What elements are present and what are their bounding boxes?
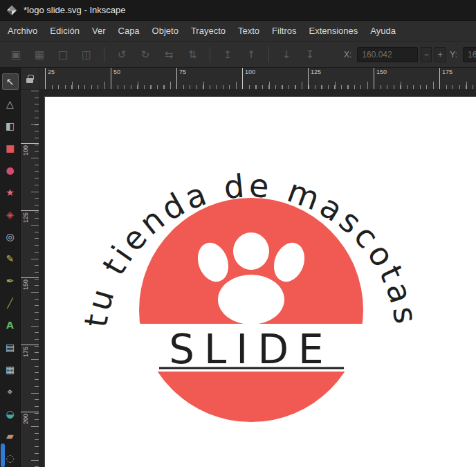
v-ruler-label: 150 <box>21 277 39 345</box>
rectangle-icon: ■ <box>6 143 15 153</box>
menu-trayecto[interactable]: Trayecto <box>185 21 232 41</box>
menu-texto[interactable]: Texto <box>232 21 266 41</box>
x-coordinate-input[interactable]: 160.042 <box>357 47 418 62</box>
node-editor-icon: △ <box>6 99 14 109</box>
y-coordinate-input[interactable]: 16 <box>463 47 476 62</box>
mesh-gradient-icon: ▦ <box>6 365 15 374</box>
inkscape-logo-icon <box>6 5 17 16</box>
raise-button[interactable]: ↑ <box>241 46 262 64</box>
toolbox: ↖ △ ◧ ■ ● ★ ◈ ◎ ✎ ✒ ╱ A ▤ ▦ ⌖ ◒ ▰ ◌ <box>0 68 21 467</box>
tool-text[interactable]: A <box>2 317 19 333</box>
paw-pad[interactable] <box>218 275 284 324</box>
menu-capa[interactable]: Capa <box>112 21 146 41</box>
ruler-corner[interactable] <box>21 68 39 90</box>
select-all-layers-icon: ▦ <box>35 48 44 61</box>
rotate-cw-button[interactable]: ↻ <box>135 46 156 64</box>
dropper-icon: ⌖ <box>8 387 13 396</box>
x-coordinate-label: X: <box>344 50 351 59</box>
menu-extensiones[interactable]: Extensiones <box>302 21 364 41</box>
select-all-button[interactable]: ▣ <box>6 46 26 64</box>
y-coordinate-label: Y: <box>450 50 457 59</box>
h-ruler-label: 175 <box>439 68 476 89</box>
star-icon: ★ <box>6 187 15 197</box>
x-decrement-button[interactable]: − <box>421 47 432 62</box>
ellipse-icon: ● <box>6 165 14 175</box>
tool-calligraphy[interactable]: ╱ <box>2 295 19 311</box>
menu-objeto[interactable]: Objeto <box>146 21 185 41</box>
pen-icon: ✒ <box>6 276 15 286</box>
tool-selector[interactable]: ↖ <box>2 73 19 90</box>
toolbox-scrollbar-thumb[interactable] <box>1 443 5 467</box>
vertical-ruler[interactable]: 100 125 150 175 200 <box>21 90 39 467</box>
logo-artwork[interactable]: SLIDE tu tienda de mascotas <box>45 97 476 467</box>
selection-box-toggle[interactable]: ◫ <box>76 46 97 64</box>
menu-ver[interactable]: Ver <box>86 21 112 41</box>
pencil-icon: ✎ <box>6 254 15 264</box>
canvas-viewport[interactable]: SLIDE tu tienda de mascotas <box>39 90 476 467</box>
tool-pen[interactable]: ✒ <box>2 273 19 289</box>
tool-paint-bucket[interactable]: ◒ <box>2 405 19 422</box>
v-ruler-label: 175 <box>21 345 39 412</box>
canvas-row: 100 125 150 175 200 <box>21 90 476 467</box>
calligraphy-icon: ╱ <box>7 298 12 308</box>
spiral-icon: ◎ <box>6 232 14 241</box>
select-all-icon: ▣ <box>11 48 21 61</box>
lower-to-bottom-button[interactable]: ↧ <box>300 46 320 64</box>
flip-vertical-icon: ⇅ <box>188 48 197 61</box>
tool-node-editor[interactable]: △ <box>2 95 19 112</box>
box-3d-icon: ◈ <box>6 210 14 219</box>
raise-icon: ↑ <box>247 48 256 61</box>
paw-toe-middle[interactable] <box>233 232 269 270</box>
document-page[interactable]: SLIDE tu tienda de mascotas <box>45 97 476 467</box>
tool-gradient[interactable]: ▤ <box>2 339 19 356</box>
tool-mesh-gradient[interactable]: ▦ <box>2 361 19 378</box>
inkscape-window: *logo slide.svg - Inkscape Archivo Edici… <box>0 0 476 467</box>
rotate-ccw-icon: ↺ <box>118 48 127 61</box>
selection-box-icon: ◫ <box>82 48 91 61</box>
main-area: ↖ △ ◧ ■ ● ★ ◈ ◎ ✎ ✒ ╱ A ▤ ▦ ⌖ ◒ ▰ ◌ <box>0 68 476 467</box>
h-ruler-labels: 25 50 75 100 125 150 175 <box>45 68 476 89</box>
tool-spiral[interactable]: ◎ <box>2 228 19 245</box>
tool-pencil[interactable]: ✎ <box>2 250 19 267</box>
v-ruler-label: 100 <box>21 143 39 210</box>
flip-horizontal-button[interactable]: ⇆ <box>158 46 179 64</box>
v-ruler-label: 200 <box>21 412 39 467</box>
deselect-button[interactable]: □ <box>53 46 73 64</box>
toolbar-separator <box>104 47 104 62</box>
lock-guides-icon[interactable] <box>26 78 33 83</box>
tool-shape-builder[interactable]: ◧ <box>2 118 19 134</box>
tool-dropper[interactable]: ⌖ <box>2 383 19 400</box>
menu-ayuda[interactable]: Ayuda <box>364 21 402 41</box>
select-all-layers-button[interactable]: ▦ <box>29 46 50 64</box>
tool-3d-box[interactable]: ◈ <box>2 206 19 223</box>
lower-button[interactable]: ↓ <box>276 46 297 64</box>
ruler-row: 25 50 75 100 125 150 175 <box>21 68 476 90</box>
brand-text[interactable]: SLIDE <box>169 326 333 373</box>
menu-filtros[interactable]: Filtros <box>266 21 302 41</box>
flip-vertical-button[interactable]: ⇅ <box>182 46 203 64</box>
flip-horizontal-icon: ⇆ <box>165 48 174 61</box>
document-area: 25 50 75 100 125 150 175 100 <box>21 68 476 467</box>
menubar: Archivo Edición Ver Capa Objeto Trayecto… <box>0 21 476 42</box>
tool-rectangle[interactable]: ■ <box>2 140 19 156</box>
h-ruler-label: 50 <box>111 68 176 89</box>
h-ruler-label: 125 <box>308 68 374 89</box>
spray-icon: ◌ <box>6 453 14 463</box>
raise-to-top-icon: ↥ <box>223 48 232 61</box>
deselect-icon: □ <box>58 48 68 61</box>
tool-star[interactable]: ★ <box>2 184 19 201</box>
horizontal-ruler[interactable]: 25 50 75 100 125 150 175 <box>39 68 476 90</box>
v-ruler-labels: 100 125 150 175 200 <box>21 143 39 467</box>
menu-edicion[interactable]: Edición <box>44 21 86 41</box>
gradient-icon: ▤ <box>6 342 15 352</box>
rotate-ccw-button[interactable]: ↺ <box>111 46 132 64</box>
toolbar-separator <box>210 47 210 62</box>
x-increment-button[interactable]: + <box>434 47 446 62</box>
raise-to-top-button[interactable]: ↥ <box>217 46 238 64</box>
titlebar[interactable]: *logo slide.svg - Inkscape <box>0 0 476 21</box>
toolbar-separator <box>268 47 269 62</box>
menu-archivo[interactable]: Archivo <box>1 21 44 41</box>
tool-tweak[interactable]: ▰ <box>2 428 19 444</box>
tool-ellipse[interactable]: ● <box>2 162 19 178</box>
window-title: *logo slide.svg - Inkscape <box>24 5 125 15</box>
